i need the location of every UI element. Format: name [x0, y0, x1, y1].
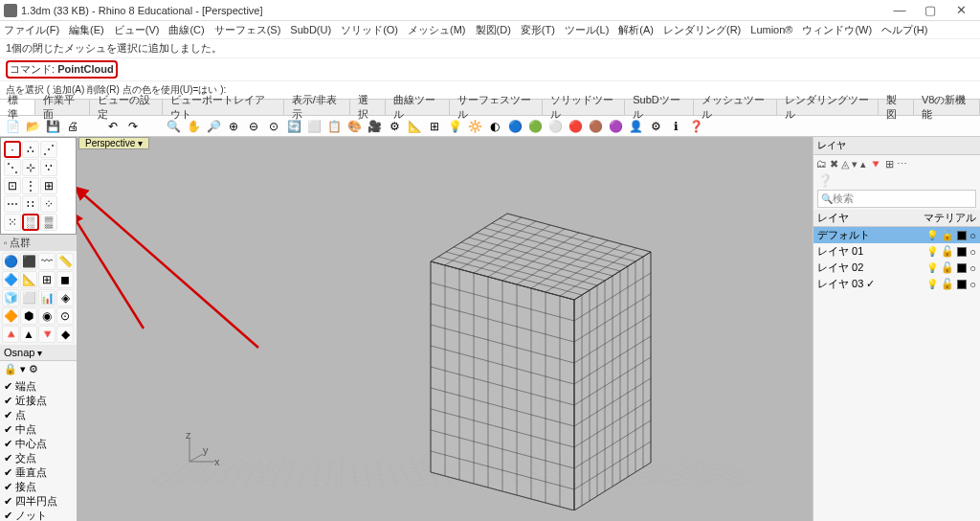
- tool-button[interactable]: 🔻: [38, 326, 56, 343]
- maximize-button[interactable]: ▢: [915, 3, 946, 17]
- command-line[interactable]: コマンド: PointCloud: [0, 57, 980, 80]
- tool-button[interactable]: ⊞: [38, 271, 56, 288]
- layer-tool-icon[interactable]: 🗂: [816, 158, 827, 170]
- toolbar-tab[interactable]: ソリッドツール: [543, 100, 626, 115]
- menu-item[interactable]: ビュー(V): [114, 23, 160, 37]
- toolbar-button[interactable]: 🎥: [366, 118, 383, 135]
- toolbar-button[interactable]: ◐: [486, 118, 503, 135]
- point-tool-button[interactable]: ⋮: [22, 177, 39, 194]
- toolbar-button[interactable]: 🟢: [526, 118, 544, 135]
- viewport[interactable]: Perspective ▾ z x y: [77, 137, 813, 521]
- tool-button[interactable]: 🧊: [2, 289, 19, 306]
- toolbar-tab[interactable]: レンダリングツール: [777, 100, 880, 115]
- toolbar-tab[interactable]: V8の新機能: [914, 100, 980, 115]
- menu-item[interactable]: ソリッド(O): [341, 23, 398, 37]
- layer-tool-icon[interactable]: ▾: [852, 158, 858, 170]
- tool-button[interactable]: ⊙: [56, 307, 74, 325]
- view-icon[interactable]: ⊞: [885, 158, 894, 170]
- toolbar-button[interactable]: 📂: [24, 118, 41, 135]
- menu-item[interactable]: ウィンドウ(W): [802, 23, 872, 37]
- tool-button[interactable]: ▲: [20, 326, 37, 343]
- point-tool-button[interactable]: ▒: [40, 214, 57, 231]
- toolbar-button[interactable]: 🔵: [506, 118, 523, 135]
- toolbar-button[interactable]: 🖨: [64, 118, 81, 135]
- osnap-option[interactable]: ✔ 交点: [2, 451, 75, 465]
- toolbar-button[interactable]: ⚙: [386, 118, 403, 135]
- tool-button[interactable]: 🔶: [2, 307, 19, 325]
- menu-item[interactable]: レンダリング(R): [663, 23, 741, 37]
- osnap-option[interactable]: ✔ 中心点: [2, 437, 75, 451]
- tool-button[interactable]: ⬢: [20, 307, 37, 325]
- toolbar-button[interactable]: ⊕: [225, 118, 242, 135]
- toolbar-button[interactable]: ⊙: [265, 118, 282, 135]
- toolbar-button[interactable]: ⚪: [546, 118, 564, 135]
- toolbar-tab[interactable]: 表示/非表示: [284, 100, 351, 115]
- toolbar-button[interactable]: ⊖: [245, 118, 262, 135]
- menu-item[interactable]: メッシュ(M): [408, 23, 466, 37]
- point-tool-button[interactable]: ░: [22, 214, 39, 231]
- point-tool-button[interactable]: ⊹: [22, 159, 39, 176]
- layer-row[interactable]: デフォルト💡🔓○: [813, 227, 980, 243]
- menu-item[interactable]: 製図(D): [476, 23, 511, 37]
- layer-row[interactable]: レイヤ 02💡🔓○: [813, 260, 980, 276]
- toolbar-tab[interactable]: ビューの設定: [90, 100, 164, 115]
- toolbar-button[interactable]: 📋: [325, 118, 343, 135]
- toolbar-button[interactable]: [145, 118, 162, 135]
- layer-tool-icon[interactable]: ✖: [830, 158, 838, 170]
- toolbar-button[interactable]: 📄: [4, 118, 21, 135]
- toolbar-button[interactable]: 🔴: [567, 118, 584, 135]
- toolbar-button[interactable]: 💡: [446, 118, 463, 135]
- toolbar-tab[interactable]: ビューポートレイアウト: [163, 100, 283, 115]
- toolbar-button[interactable]: 🎨: [345, 118, 363, 135]
- point-tool-button[interactable]: ∴: [22, 141, 39, 158]
- toolbar-button[interactable]: ℹ: [667, 118, 684, 135]
- osnap-option[interactable]: ✔ 端点: [2, 379, 75, 394]
- point-tool-button[interactable]: ⋱: [4, 159, 21, 176]
- help-icon[interactable]: ❔: [813, 173, 980, 188]
- toolbar-button[interactable]: 📐: [406, 118, 423, 135]
- toolbar-button[interactable]: 🟤: [587, 118, 604, 135]
- menu-item[interactable]: 編集(E): [69, 23, 104, 37]
- minimize-button[interactable]: —: [884, 3, 915, 17]
- more-icon[interactable]: ⋯: [897, 158, 907, 170]
- toolbar-button[interactable]: 🟣: [607, 118, 624, 135]
- point-tool-button[interactable]: ·: [4, 141, 21, 158]
- toolbar-button[interactable]: ⊞: [426, 118, 443, 135]
- toolbar-tab[interactable]: メッシュツール: [694, 100, 777, 115]
- menu-item[interactable]: サーフェス(S): [214, 23, 281, 37]
- toolbar-tab[interactable]: 製図: [879, 100, 914, 115]
- toolbar-button[interactable]: 👤: [627, 118, 644, 135]
- toolbar-tab[interactable]: サーフェスツール: [450, 100, 543, 115]
- tool-button[interactable]: ◈: [56, 289, 74, 306]
- layer-tool-icon[interactable]: ◬: [841, 158, 849, 170]
- toolbar-tab[interactable]: 曲線ツール: [386, 100, 450, 115]
- osnap-option[interactable]: ✔ 接点: [2, 480, 75, 494]
- toolbar-button[interactable]: 🔎: [205, 118, 222, 135]
- toolbar-button[interactable]: 🔄: [285, 118, 302, 135]
- osnap-option[interactable]: ✔ 近接点: [2, 394, 75, 408]
- menu-item[interactable]: 曲線(C): [168, 23, 204, 37]
- point-tool-button[interactable]: ⋰: [40, 141, 57, 158]
- layers-panel-header[interactable]: レイヤ: [813, 137, 980, 155]
- toolbar-tab[interactable]: 作業平面: [35, 100, 90, 115]
- toolbar-button[interactable]: [84, 118, 101, 135]
- tool-button[interactable]: 〰: [38, 253, 56, 270]
- osnap-option[interactable]: ✔ 点: [2, 408, 75, 422]
- toolbar-tab[interactable]: 標準: [0, 100, 35, 115]
- layer-row[interactable]: レイヤ 03 ✓💡🔓○: [813, 276, 980, 292]
- tool-button[interactable]: 📊: [38, 289, 56, 306]
- toolbar-tab[interactable]: SubDツール: [625, 100, 694, 115]
- tool-button[interactable]: ◼: [56, 271, 74, 288]
- viewport-label[interactable]: Perspective ▾: [78, 137, 149, 149]
- tool-button[interactable]: ⬜: [20, 289, 37, 306]
- point-tool-button[interactable]: ⁘: [40, 195, 57, 213]
- menu-item[interactable]: Lumion®: [750, 24, 792, 35]
- menu-item[interactable]: ファイル(F): [4, 23, 59, 37]
- tool-button[interactable]: 📏: [56, 253, 74, 270]
- osnap-header[interactable]: Osnap ▾: [0, 345, 77, 361]
- point-tool-button[interactable]: ∷: [22, 195, 39, 213]
- filter-icon[interactable]: 🔻: [869, 158, 882, 170]
- osnap-option[interactable]: ✔ 中点: [2, 422, 75, 437]
- layer-tool-icon[interactable]: ▴: [860, 158, 866, 170]
- tool-button[interactable]: ⬛: [20, 253, 37, 270]
